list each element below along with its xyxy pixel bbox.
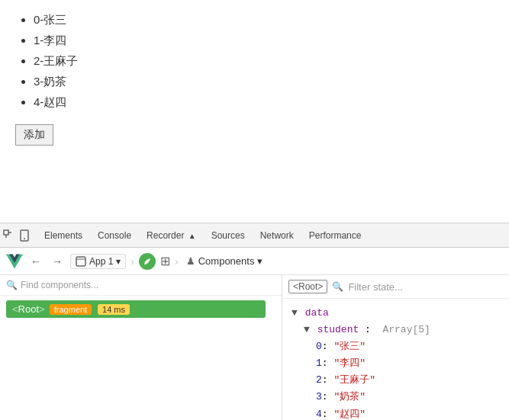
list-item: 0-张三 <box>34 9 494 30</box>
data-item-row: 0: "张三" <box>292 338 500 355</box>
app-label: App 1 <box>89 256 113 267</box>
fragment-badge-text: fragment <box>50 304 92 315</box>
data-items: 0: "张三"1: "李四"2: "王麻子"3: "奶茶"4: "赵四" <box>292 338 500 420</box>
separator1: › <box>130 255 134 268</box>
data-panel: ▼ data ▼ student : Array[5] 0: "张三"1: "李… <box>282 299 509 420</box>
app-icon <box>76 256 86 267</box>
leaf-icon <box>143 257 152 266</box>
vue-right-panel: <Root> 🔍 Filter state... ▼ data ▼ studen… <box>282 275 509 420</box>
devtools-tab-bar: Elements Console Recorder ▲ Sources Netw… <box>0 223 509 248</box>
vue-logo <box>6 253 23 270</box>
vue-body: 🔍 Find components... <Root> <Root> fragm… <box>0 275 509 420</box>
tab-console[interactable]: Console <box>90 226 139 245</box>
app-selector[interactable]: App 1 ▾ <box>70 254 126 269</box>
root-bar-tag: <Root> <box>288 280 327 293</box>
person-icon: ♟ <box>186 255 195 267</box>
tab-elements[interactable]: Elements <box>37 226 90 245</box>
vue-toolbar: ← → App 1 ▾ › ⊞ › ♟ Components ▾ <box>0 248 509 275</box>
search-bar: 🔍 Find components... <box>0 275 282 296</box>
data-label-row: ▼ data <box>292 305 500 322</box>
svg-rect-3 <box>76 257 85 266</box>
inspect-icon[interactable] <box>3 229 15 242</box>
list-item: 3-奶茶 <box>34 71 494 91</box>
ms-badge: 14 ms <box>98 304 130 315</box>
list-item: 2-王麻子 <box>34 50 494 71</box>
tab-network[interactable]: Network <box>253 226 301 245</box>
data-item-row: 2: "王麻子" <box>292 372 500 389</box>
vue-left-panel: 🔍 Find components... <Root> <Root> fragm… <box>0 275 282 420</box>
devtools-icons <box>3 229 31 242</box>
root-bar: <Root> 🔍 Filter state... <box>282 275 509 299</box>
list-item: 1-李四 <box>34 30 494 50</box>
data-item-row: 3: "奶茶" <box>292 389 500 406</box>
list-item: 4-赵四 <box>34 91 494 112</box>
list-area: 0-张三1-李四2-王麻子3-奶茶4-赵四 <box>15 9 494 112</box>
components-label: Components <box>198 255 255 267</box>
root-tag-label: <Root> <box>12 303 45 315</box>
svg-rect-1 <box>21 230 28 241</box>
tab-sources[interactable]: Sources <box>204 226 253 245</box>
back-button[interactable]: ← <box>27 254 44 269</box>
main-content: 0-张三1-李四2-王麻子3-奶茶4-赵四 添加 <box>0 0 509 155</box>
vue-circle-btn[interactable] <box>139 253 156 270</box>
tab-performance[interactable]: Performance <box>301 226 369 245</box>
forward-button[interactable]: → <box>49 254 66 269</box>
search-icon: 🔍 <box>6 280 18 290</box>
search-placeholder[interactable]: Find components... <box>21 280 98 290</box>
components-button[interactable]: ♟ Components ▾ <box>186 255 263 267</box>
component-tree: <Root> <Root> fragment 14 ms <box>0 296 282 420</box>
student-list: 0-张三1-李四2-王麻子3-奶茶4-赵四 <box>15 9 494 112</box>
student-row: ▼ student : Array[5] <box>292 322 500 338</box>
devtools-panel: Elements Console Recorder ▲ Sources Netw… <box>0 223 509 420</box>
tab-recorder[interactable]: Recorder ▲ <box>139 226 204 245</box>
svg-rect-0 <box>4 230 8 235</box>
components-arrow: ▾ <box>257 255 263 267</box>
grid-icon[interactable]: ⊞ <box>160 254 170 268</box>
student-type: Array[5] <box>382 324 430 335</box>
root-component-item[interactable]: <Root> <Root> fragment 14 ms <box>6 300 266 318</box>
mobile-icon[interactable] <box>18 229 31 242</box>
separator2: › <box>175 255 179 268</box>
add-button[interactable]: 添加 <box>15 124 53 146</box>
dropdown-arrow: ▾ <box>116 256 121 267</box>
data-item-row: 4: "赵四" <box>292 406 500 420</box>
student-key: student <box>317 324 359 335</box>
data-item-row: 1: "李四" <box>292 355 500 372</box>
filter-placeholder[interactable]: Filter state... <box>348 281 403 293</box>
filter-search-icon: 🔍 <box>332 281 343 292</box>
data-key: data <box>305 307 329 319</box>
